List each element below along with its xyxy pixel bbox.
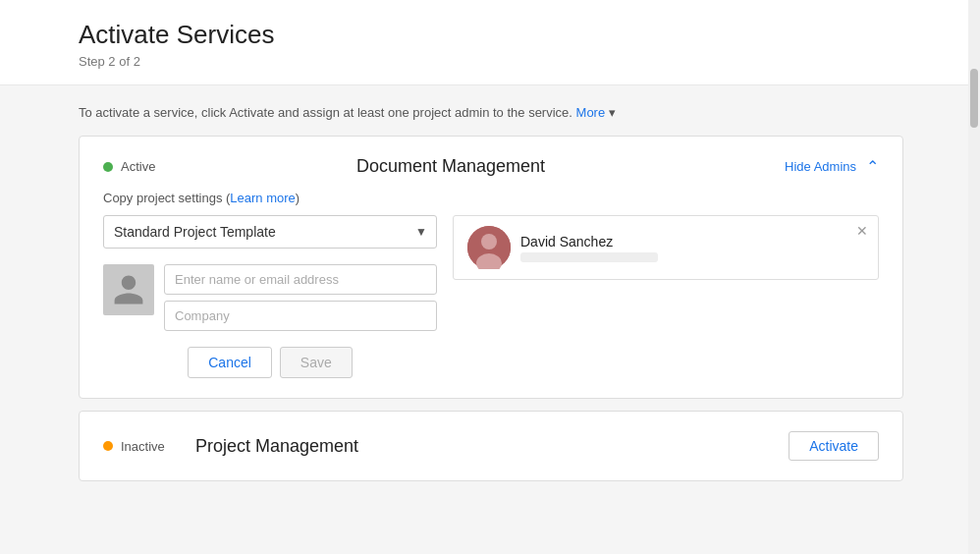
admin-card: David Sanchez ✕ [453, 215, 879, 280]
header-right: Hide Admins ⌃ [785, 157, 879, 176]
inactive-status-label: Inactive [121, 439, 180, 454]
button-row: Cancel Save [103, 347, 437, 378]
company-input[interactable] [164, 301, 437, 331]
document-management-card: Active Document Management Hide Admins ⌃… [79, 136, 903, 399]
save-button[interactable]: Save [280, 347, 353, 378]
right-column: David Sanchez ✕ [453, 215, 879, 280]
template-select[interactable]: Standard Project Template [103, 215, 437, 249]
card-header: Active Document Management Hide Admins ⌃ [103, 156, 879, 177]
page-wrapper: Activate Services Step 2 of 2 To activat… [0, 0, 980, 554]
hide-admins-button[interactable]: Hide Admins [785, 159, 856, 174]
learn-more-suffix: ) [296, 191, 299, 205]
info-bar: To activate a service, click Activate an… [79, 105, 903, 120]
left-column: Standard Project Template ▼ [103, 215, 437, 378]
input-group [164, 264, 437, 337]
inactive-card-header: Inactive Project Management Activate [103, 431, 879, 461]
main-content-row: Standard Project Template ▼ [103, 215, 879, 378]
document-management-title: Document Management [117, 156, 785, 177]
add-admin-row [103, 264, 437, 337]
template-select-wrapper: Standard Project Template ▼ [103, 215, 437, 249]
scrollbar-thumb [970, 69, 978, 128]
cancel-button[interactable]: Cancel [188, 347, 272, 378]
name-email-input[interactable] [164, 264, 437, 295]
page-subtitle: Step 2 of 2 [79, 54, 941, 69]
copy-settings-text: Copy project settings ( [103, 191, 230, 205]
active-status-dot [103, 162, 113, 172]
page-title: Activate Services [79, 20, 941, 50]
admin-avatar [467, 226, 511, 269]
activate-button[interactable]: Activate [789, 431, 879, 461]
more-chevron-icon: ▾ [609, 105, 616, 120]
admin-name: David Sanchez [520, 234, 864, 249]
svg-point-1 [481, 234, 497, 249]
remove-admin-button[interactable]: ✕ [856, 224, 868, 238]
project-management-title: Project Management [195, 436, 789, 457]
inactive-status-dot [103, 441, 113, 451]
info-text: To activate a service, click Activate an… [79, 105, 572, 120]
admin-info: David Sanchez [520, 234, 864, 262]
copy-settings-row: Copy project settings (Learn more) [103, 191, 879, 205]
project-management-card: Inactive Project Management Activate [79, 411, 903, 481]
person-icon [111, 272, 146, 307]
chevron-up-icon: ⌃ [866, 157, 879, 176]
scrollbar[interactable] [968, 0, 980, 554]
admin-avatar-image [467, 226, 511, 269]
new-admin-avatar-placeholder [103, 264, 154, 315]
more-link[interactable]: More [576, 105, 606, 120]
content-area: To activate a service, click Activate an… [0, 85, 943, 513]
learn-more-link[interactable]: Learn more [230, 191, 295, 205]
header-section: Activate Services Step 2 of 2 [0, 0, 980, 85]
admin-email-placeholder [520, 252, 658, 262]
